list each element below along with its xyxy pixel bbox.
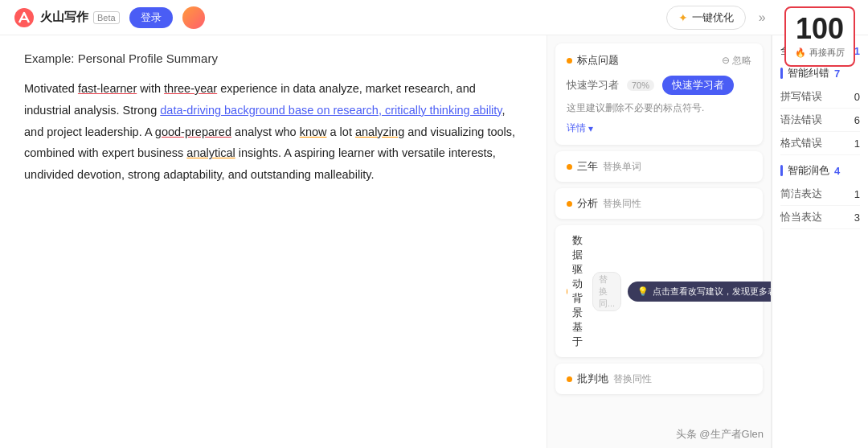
- mini-card-left: 批判地 替换同性: [567, 372, 652, 386]
- card-action: 替换同...: [592, 272, 621, 311]
- score-box: 100 🔥 再接再厉: [784, 6, 855, 67]
- right-smart-correction-header: 智能纠错 7: [780, 66, 860, 80]
- suggestion-card-punctuation: 标点问题 ⊖ 忽略 快速学习者 70% 快速学习者 这里建议删除不必要的标点符号…: [555, 43, 763, 145]
- middle-panel: 标点问题 ⊖ 忽略 快速学习者 70% 快速学习者 这里建议删除不必要的标点符号…: [547, 35, 772, 448]
- beta-badge: Beta: [93, 11, 120, 24]
- chevron-down-icon: ▾: [588, 123, 593, 134]
- watermark: 头条 @生产者Glen: [676, 427, 764, 442]
- right-smart-color-header: 智能润色 4: [780, 163, 860, 178]
- right-item-proper[interactable]: 恰当表达 3: [780, 206, 860, 229]
- mini-card-action: 替换同性: [603, 197, 641, 211]
- star-icon: ✦: [678, 11, 688, 24]
- card-tag: 标点问题: [567, 53, 619, 68]
- word-original: 快速学习者: [567, 78, 619, 92]
- more-button[interactable]: »: [755, 10, 769, 25]
- section-label: 智能纠错: [788, 66, 829, 80]
- card-label: 标点问题: [577, 53, 619, 68]
- text-with: with: [137, 82, 164, 95]
- tooltip-pill: 💡 点击查看改写建议，发现更多表达: [628, 282, 772, 302]
- mini-card-action: 替换同性: [613, 372, 652, 386]
- svg-point-0: [14, 8, 34, 27]
- dot-icon: [567, 289, 567, 294]
- main-layout: Example: Personal Profile Summary Motiva…: [0, 35, 868, 448]
- card-detail[interactable]: 详情 ▾: [567, 121, 751, 135]
- text-fast-learner: fast-learner: [78, 82, 137, 95]
- doc-title: Example: Personal Profile Summary: [24, 51, 522, 65]
- logo-icon: [13, 6, 35, 29]
- mini-card-label: 分析: [577, 196, 598, 211]
- dot-icon: [567, 201, 572, 207]
- text-analyzing: analyzing: [355, 125, 404, 138]
- card-header: 标点问题 ⊖ 忽略: [567, 53, 751, 68]
- card-tag-label: 数据驱动背景基于: [572, 233, 588, 349]
- right-panel: 全部建议 11 智能纠错 7 拼写错误 0 语法错误 6 格式错误 1 智能润色…: [772, 35, 868, 448]
- mini-card-label: 批判地: [577, 372, 608, 386]
- left-content: Example: Personal Profile Summary Motiva…: [0, 35, 547, 448]
- right-item-grammar[interactable]: 语法错误 6: [780, 109, 860, 132]
- circle-x-icon: ⊖: [722, 55, 730, 66]
- word-score: 70%: [627, 80, 654, 91]
- right-item-format[interactable]: 格式错误 1: [780, 132, 860, 155]
- bulb-icon: 💡: [637, 286, 649, 297]
- text-data-driving: data-driving background base on research…: [160, 104, 502, 117]
- optimize-button[interactable]: ✦ 一键优化: [666, 6, 746, 30]
- mini-card-left: 分析 替换同性: [567, 196, 641, 211]
- word-suggest-button[interactable]: 快速学习者: [662, 76, 734, 95]
- dot-icon: [567, 164, 572, 170]
- text-analyst: analyst who: [231, 125, 300, 138]
- tooltip-left: 数据驱动背景基于 替换同...: [567, 233, 621, 349]
- fire-icon: 🔥: [795, 47, 806, 58]
- mini-card-three-year: 三年 替换单词: [555, 151, 763, 182]
- doc-body: Motivated fast-learner with three-year e…: [24, 78, 522, 186]
- login-button[interactable]: 登录: [129, 7, 173, 28]
- text-three-year: three-year: [164, 82, 217, 95]
- word-row: 快速学习者 70% 快速学习者: [567, 76, 751, 95]
- logo-area: 火山写作 Beta: [13, 6, 120, 29]
- logo-text: 火山写作: [40, 10, 88, 25]
- section-count: 4: [834, 165, 840, 177]
- text-know: know: [300, 125, 327, 138]
- avatar: [182, 6, 205, 29]
- section-count: 7: [834, 68, 840, 80]
- mini-card-label: 三年: [577, 159, 598, 174]
- right-item-spelling[interactable]: 拼写错误 0: [780, 85, 860, 109]
- score-sub: 🔥 再接再厉: [794, 47, 845, 59]
- mini-card-critical: 批判地 替换同性: [555, 364, 763, 394]
- section-bar: [780, 165, 783, 176]
- score-number: 100: [794, 14, 845, 43]
- text-analytical: analytical: [186, 146, 235, 159]
- mini-card-action: 替换单词: [603, 160, 641, 174]
- dot-icon: [567, 58, 572, 64]
- text-alot: a lot: [326, 125, 354, 138]
- card-note: 这里建议删除不必要的标点符号.: [567, 101, 751, 115]
- section-bar: [780, 68, 783, 79]
- mini-card-left: 三年 替换单词: [567, 159, 641, 174]
- tooltip-row: 数据驱动背景基于 替换同... 💡 点击查看改写建议，发现更多表达 发现更多表达…: [555, 225, 763, 357]
- right-item-concise[interactable]: 简洁表达 1: [780, 183, 860, 206]
- top-nav: 火山写作 Beta 登录 ✦ 一键优化 » 全部建议 11: [0, 0, 868, 35]
- text-good-prepared: good-prepared: [155, 125, 231, 138]
- ignore-button[interactable]: ⊖ 忽略: [722, 54, 751, 68]
- text-motivated: Motivated: [24, 82, 78, 95]
- mini-card-analyze: 分析 替换同性: [555, 188, 763, 219]
- dot-icon: [567, 376, 572, 382]
- section-label: 智能润色: [788, 163, 829, 178]
- optimize-label: 一键优化: [692, 10, 734, 25]
